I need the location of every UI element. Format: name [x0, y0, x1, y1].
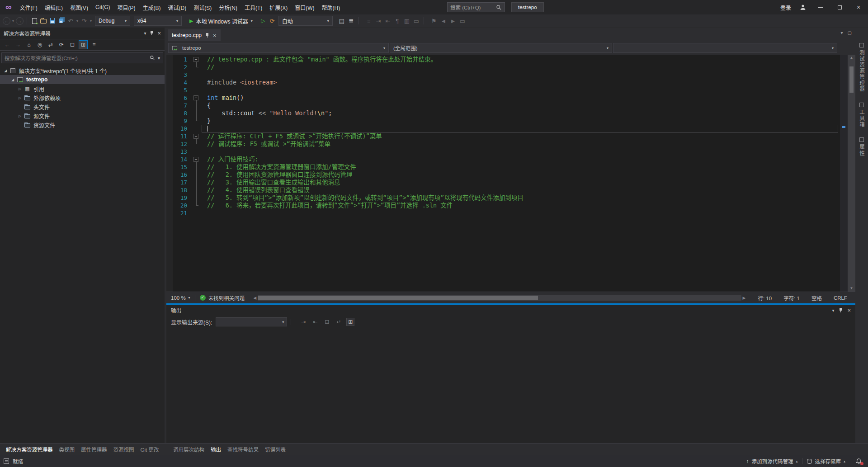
code-line-8[interactable]: 8 std::cout << "Hello World!\n";	[166, 109, 840, 117]
solution-explorer-tool-icon-6[interactable]: ⊟	[68, 40, 77, 49]
document-list-icon[interactable]: ▾	[841, 30, 843, 35]
vertical-scrollbar-thumb[interactable]	[849, 66, 854, 93]
menu-item-12[interactable]: 窗口(W)	[291, 0, 318, 14]
type-scope-combobox[interactable]: (全局范围) ▾	[390, 43, 612, 53]
open-file-button[interactable]	[39, 16, 47, 26]
solution-explorer-tool-icon-7[interactable]: ⊞	[79, 40, 88, 49]
toolbar-extra-icons-c-icon-0[interactable]: ⚑	[430, 16, 438, 26]
output-tool-icon-4[interactable]: ⊞	[346, 318, 354, 326]
tree-item-0[interactable]: ◢解决方案“testrepo”(1 个项目/共 1 个)	[0, 66, 165, 75]
menu-item-6[interactable]: 生成(B)	[139, 0, 165, 14]
window-position-icon[interactable]: ▾	[144, 31, 146, 36]
tree-expander-icon[interactable]: ▷	[16, 87, 24, 91]
editor-horizontal-scrollbar[interactable]: ◀ ▶	[252, 292, 747, 303]
toolbar-extra-icons-b-icon-5[interactable]: ▭	[412, 16, 420, 26]
toolbar-extra-icons-a-icon-1[interactable]: ≣	[347, 16, 355, 26]
column-indicator[interactable]: 字符: 1	[783, 294, 800, 302]
solution-explorer-search-box[interactable]: 搜索解决方案资源管理器(Ctrl+;) ▾	[1, 52, 163, 63]
solution-explorer-tool-icon-3[interactable]: ◎	[35, 40, 44, 49]
menu-item-1[interactable]: 文件(F)	[16, 0, 41, 14]
save-all-button[interactable]	[57, 16, 66, 26]
quick-search-box[interactable]: 搜索 (Ctrl+Q)	[447, 2, 505, 12]
sidebar-tab-1[interactable]: 类视图	[56, 443, 78, 455]
code-line-4[interactable]: 4#include <iostream>	[166, 79, 840, 86]
menu-item-2[interactable]: 编辑(E)	[41, 0, 66, 14]
select-repository-button[interactable]: 选择存储库 ▴	[802, 458, 850, 465]
document-tab-testrepo-cpp[interactable]: testrepo.cpp ×	[168, 29, 221, 41]
toolbar-extra-icons-c-icon-3[interactable]: ▭	[458, 16, 467, 26]
code-line-20[interactable]: 20// 6. 将来，若要再次打开此项目，请转到“文件”>“打开”>“项目”并选…	[166, 202, 840, 209]
notifications-bell-icon[interactable]	[853, 455, 864, 467]
toolbar-extra-icons-b-icon-3[interactable]: ¶	[393, 16, 401, 26]
pin-icon[interactable]	[150, 31, 154, 36]
navigate-back-dropdown-icon[interactable]: ▾	[11, 16, 15, 26]
close-icon[interactable]: ×	[213, 32, 217, 39]
code-line-6[interactable]: 6−int main()	[166, 94, 840, 102]
user-profile-icon[interactable]	[795, 4, 811, 11]
output-tool-icon-2[interactable]: ⊟	[323, 318, 331, 326]
hot-reload-mode-combobox[interactable]: 自动 ▾	[278, 16, 333, 26]
menu-item-11[interactable]: 扩展(X)	[266, 0, 291, 14]
configuration-combobox[interactable]: Debug ▾	[95, 16, 130, 26]
add-to-source-control-button[interactable]: ↑ 添加到源代码管理 ▴	[742, 458, 802, 465]
output-content[interactable]	[166, 328, 855, 443]
rail-tab-0[interactable]: 测试资源管理器	[858, 43, 865, 93]
scroll-right-icon[interactable]: ▶	[741, 296, 747, 300]
menu-item-4[interactable]: Git(G)	[92, 0, 114, 14]
code-line-15[interactable]: 15// 1. 使用解决方案资源管理器窗口添加/管理文件	[166, 163, 840, 171]
sign-in-button[interactable]: 登录	[777, 4, 795, 11]
sidebar-tab-0[interactable]: 解决方案资源管理器	[3, 443, 56, 455]
save-button[interactable]	[48, 16, 57, 26]
toolbar-extra-icons-c-icon-1[interactable]: ◄	[439, 16, 448, 26]
tree-item-6[interactable]: 资源文件	[0, 120, 165, 129]
code-line-19[interactable]: 19// 5. 转到“项目”>“添加新项”以创建新的代码文件，或转到“项目”>“…	[166, 194, 840, 202]
solution-explorer-tool-icon-8[interactable]: ≡	[90, 40, 99, 49]
fold-collapse-icon[interactable]: −	[193, 157, 198, 162]
member-scope-combobox[interactable]: ▾	[613, 43, 837, 53]
code-line-13[interactable]: 13	[166, 148, 840, 156]
panel-tab-2[interactable]: 查找符号结果	[224, 443, 262, 455]
close-button[interactable]: ×	[849, 0, 868, 14]
horizontal-scrollbar-thumb[interactable]	[258, 296, 538, 300]
tree-item-1[interactable]: ◢testrepo	[0, 75, 165, 84]
code-line-7[interactable]: 7{	[166, 102, 840, 109]
platform-combobox[interactable]: x64 ▾	[134, 16, 182, 26]
panel-tab-0[interactable]: 调用层次结构	[170, 443, 208, 455]
minimize-button[interactable]	[811, 0, 830, 14]
code-line-16[interactable]: 16// 2. 使用团队资源管理器窗口连接到源代码管理	[166, 171, 840, 179]
new-project-button[interactable]	[30, 16, 38, 26]
scroll-up-icon[interactable]: ▲	[850, 55, 854, 61]
code-line-12[interactable]: 12// 调试程序: F5 或调试 >“开始调试”菜单	[166, 140, 840, 148]
tree-expander-icon[interactable]: ◢	[2, 69, 9, 73]
close-icon[interactable]: ×	[847, 307, 851, 314]
background-tasks-icon[interactable]	[4, 458, 9, 464]
window-position-icon[interactable]: ▾	[832, 308, 834, 313]
tree-item-3[interactable]: ▷外部依赖项	[0, 93, 165, 102]
spaces-indicator[interactable]: 空格	[811, 294, 822, 302]
toolbar-extra-icons-c-icon-2[interactable]: ►	[449, 16, 457, 26]
code-line-21[interactable]: 21	[166, 209, 840, 217]
fold-collapse-icon[interactable]: −	[193, 57, 198, 62]
menu-item-8[interactable]: 测试(S)	[190, 0, 215, 14]
sidebar-tab-3[interactable]: 资源视图	[110, 443, 137, 455]
output-tool-icon-3[interactable]: ↵	[335, 318, 343, 326]
tree-expander-icon[interactable]: ▷	[16, 96, 24, 100]
menu-item-5[interactable]: 项目(P)	[114, 0, 139, 14]
toolbar-extra-icons-a-icon-0[interactable]: ▤	[338, 16, 346, 26]
project-scope-combobox[interactable]: testrepo ▾	[168, 43, 389, 53]
toolbar-extra-icons-b-icon-2[interactable]: ⇤	[384, 16, 392, 26]
hot-reload-icon[interactable]: ⟳	[268, 16, 276, 26]
code-line-2[interactable]: 2//	[166, 63, 840, 71]
redo-button[interactable]: ↷	[80, 16, 88, 26]
tree-expander-icon[interactable]: ◢	[9, 78, 16, 82]
float-window-icon[interactable]: ▢	[848, 30, 852, 35]
solution-explorer-tool-icon-5[interactable]: ⟳	[57, 40, 66, 49]
tree-item-4[interactable]: 头文件	[0, 102, 165, 111]
scroll-left-icon[interactable]: ◀	[252, 296, 258, 300]
code-line-5[interactable]: 5	[166, 86, 840, 94]
menu-item-10[interactable]: 工具(T)	[241, 0, 266, 14]
pin-icon[interactable]	[839, 308, 843, 313]
toolbar-extra-icons-b-icon-1[interactable]: ⇥	[374, 16, 382, 26]
output-tool-icon-1[interactable]: ⇤	[311, 318, 319, 326]
menu-item-7[interactable]: 调试(D)	[165, 0, 190, 14]
